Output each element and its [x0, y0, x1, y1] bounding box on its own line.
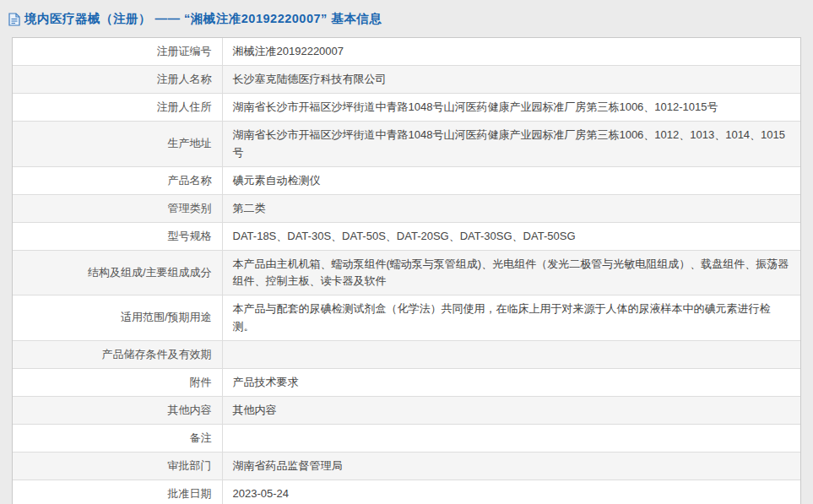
field-value: [222, 425, 800, 453]
field-label: 产品名称: [13, 166, 222, 194]
field-label: 生产地址: [13, 122, 222, 166]
row-production-address: 生产地址 湖南省长沙市开福区沙坪街道中青路1048号山河医药健康产业园标准厂房第…: [13, 122, 800, 166]
field-label: 批准日期: [13, 480, 222, 504]
field-label: 备注: [13, 425, 222, 453]
row-approval-department: 审批部门 湖南省药品监督管理局: [13, 453, 800, 480]
document-icon: [8, 13, 20, 26]
field-value: 碘元素自动检测仪: [222, 166, 800, 194]
row-product-name: 产品名称 碘元素自动检测仪: [13, 166, 800, 194]
row-structure-composition: 结构及组成/主要组成成分 本产品由主机机箱、蠕动泵组件(蠕动泵与泵管组成)、光电…: [13, 251, 800, 295]
field-value: 湖南省药品监督管理局: [222, 453, 800, 480]
registration-info-table: 注册证编号 湘械注准20192220007 注册人名称 长沙塞克陆德医疗科技有限…: [12, 37, 801, 504]
field-label: 适用范围/预期用途: [13, 295, 222, 340]
row-registration-cert-number: 注册证编号 湘械注准20192220007: [13, 38, 800, 66]
row-model-specifications: 型号规格 DAT-18S、DAT-30S、DAT-50S、DAT-20SG、DA…: [13, 222, 800, 250]
row-storage-conditions: 产品储存条件及有效期: [13, 340, 800, 368]
field-label: 结构及组成/主要组成成分: [13, 251, 222, 295]
field-value: 本产品与配套的尿碘检测试剂盒（化学法）共同使用，在临床上用于对来源于人体的尿液样…: [222, 295, 800, 340]
row-registrant-name: 注册人名称 长沙塞克陆德医疗科技有限公司: [13, 66, 800, 94]
field-label: 型号规格: [13, 222, 222, 250]
field-label: 产品储存条件及有效期: [13, 340, 222, 368]
field-label: 其他内容: [13, 396, 222, 424]
field-value: 其他内容: [222, 396, 800, 424]
field-value: 2023-05-24: [222, 480, 800, 504]
field-label: 审批部门: [13, 453, 222, 480]
row-management-category: 管理类别 第二类: [13, 194, 800, 222]
page-header: 境内医疗器械（注册） —— “湘械注准20192220007” 基本信息: [0, 0, 813, 35]
field-label: 管理类别: [13, 194, 222, 222]
field-value: 湖南省长沙市开福区沙坪街道中青路1048号山河医药健康产业园标准厂房第三栋100…: [222, 94, 800, 122]
row-approval-date: 批准日期 2023-05-24: [13, 480, 800, 504]
row-attachments: 附件 产品技术要求: [13, 368, 800, 396]
field-label: 注册人名称: [13, 66, 222, 94]
field-value: 第二类: [222, 194, 800, 222]
field-value: 长沙塞克陆德医疗科技有限公司: [222, 66, 800, 94]
row-remarks: 备注: [13, 425, 800, 453]
field-value: 本产品由主机机箱、蠕动泵组件(蠕动泵与泵管组成)、光电组件（发光二极管与光敏电阻…: [222, 251, 800, 295]
row-other-content: 其他内容 其他内容: [13, 396, 800, 424]
field-value: 湖南省长沙市开福区沙坪街道中青路1048号山河医药健康产业园标准厂房第三栋100…: [222, 122, 800, 166]
field-value: DAT-18S、DAT-30S、DAT-50S、DAT-20SG、DAT-30S…: [222, 222, 800, 250]
row-intended-use: 适用范围/预期用途 本产品与配套的尿碘检测试剂盒（化学法）共同使用，在临床上用于…: [13, 295, 800, 340]
page-title: 境内医疗器械（注册） —— “湘械注准20192220007” 基本信息: [24, 11, 382, 27]
field-value: [222, 340, 800, 368]
field-label: 注册人住所: [13, 94, 222, 122]
field-value: 产品技术要求: [222, 368, 800, 396]
row-registrant-address: 注册人住所 湖南省长沙市开福区沙坪街道中青路1048号山河医药健康产业园标准厂房…: [13, 94, 800, 122]
field-label: 注册证编号: [13, 38, 222, 66]
field-label: 附件: [13, 368, 222, 396]
field-value: 湘械注准20192220007: [222, 38, 800, 66]
